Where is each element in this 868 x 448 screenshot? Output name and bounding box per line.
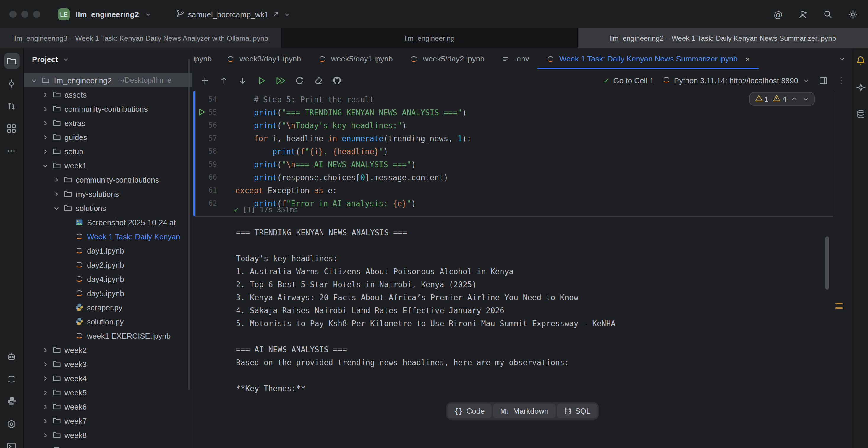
split-editor-icon[interactable] bbox=[818, 75, 828, 86]
tree-item[interactable]: day5.ipynb bbox=[24, 286, 192, 300]
chevron-closed-icon[interactable] bbox=[41, 134, 49, 140]
project-tool-icon[interactable] bbox=[4, 53, 19, 69]
tree-item[interactable]: solutions bbox=[24, 201, 192, 215]
tabs-overflow-chevron-icon[interactable] bbox=[832, 49, 852, 69]
chevron-open-icon[interactable] bbox=[30, 77, 38, 84]
tree-item[interactable]: day1.ipynb bbox=[24, 244, 192, 258]
mentions-icon[interactable]: @ bbox=[772, 8, 784, 20]
add-code-cell-button[interactable]: {}Code bbox=[447, 404, 492, 418]
more-tool-windows-icon[interactable]: ⋯ bbox=[4, 143, 19, 158]
vcs-widget[interactable]: samuel_bootcamp_wk1 bbox=[176, 9, 290, 19]
tree-item[interactable]: Week 1 Task: Daily Kenyan bbox=[24, 229, 192, 244]
code-cell[interactable]: 54 # Step 5: Print the result55 print("=… bbox=[195, 93, 833, 210]
tree-item[interactable]: extras bbox=[24, 116, 192, 130]
tree-item[interactable]: week4 bbox=[24, 371, 192, 385]
database-icon[interactable] bbox=[856, 109, 865, 121]
tree-item[interactable]: .env bbox=[24, 442, 192, 448]
project-scrollbar[interactable] bbox=[188, 59, 190, 390]
tree-item[interactable]: week8 bbox=[24, 428, 192, 442]
chevron-down-icon[interactable] bbox=[145, 11, 151, 18]
services-tool-icon[interactable] bbox=[4, 416, 19, 431]
more-options-icon[interactable]: ⋮ bbox=[837, 75, 845, 86]
tree-item[interactable]: llm_engineering2~/Desktop/llm_e bbox=[24, 73, 192, 88]
tree-item[interactable]: Screenshot 2025-10-24 at bbox=[24, 215, 192, 229]
editor-tab[interactable]: .env bbox=[493, 49, 537, 69]
add-markdown-cell-button[interactable]: M↓Markdown bbox=[493, 404, 556, 418]
window-tab[interactable]: llm_engineering bbox=[282, 28, 578, 49]
chevron-closed-icon[interactable] bbox=[41, 91, 49, 98]
ai-chat-icon[interactable] bbox=[856, 83, 865, 94]
chevron-closed-icon[interactable] bbox=[41, 120, 49, 126]
commit-tool-icon[interactable] bbox=[4, 76, 19, 91]
python-packages-tool-icon[interactable] bbox=[4, 394, 19, 409]
github-icon[interactable] bbox=[332, 75, 342, 86]
move-cell-down-icon[interactable] bbox=[237, 75, 248, 86]
project-switcher[interactable]: llm_engineering2 bbox=[76, 10, 139, 19]
kernel-selector[interactable]: Python 3.11.14: http://localhost:8890 bbox=[662, 75, 809, 86]
tree-item[interactable]: my-solutions bbox=[24, 187, 192, 201]
editor-tab[interactable]: week5/day2.ipynb bbox=[401, 49, 493, 69]
ai-assistant-tool-icon[interactable] bbox=[4, 349, 19, 364]
editor-tab[interactable]: Week 1 Task: Daily Kenyan News Summarize… bbox=[537, 49, 758, 69]
chevron-closed-icon[interactable] bbox=[41, 361, 49, 367]
move-cell-up-icon[interactable] bbox=[218, 75, 229, 86]
go-to-cell-button[interactable]: ✓ Go to Cell 1 bbox=[603, 76, 654, 85]
next-problem-icon[interactable] bbox=[802, 96, 809, 102]
editor-tab[interactable]: week5/day1.ipynb bbox=[309, 49, 401, 69]
editor-tab[interactable]: week3/day1.ipynb bbox=[218, 49, 309, 69]
prev-problem-icon[interactable] bbox=[791, 96, 798, 102]
warning-badge[interactable]: 4 bbox=[773, 95, 786, 103]
run-cell-gutter-icon[interactable] bbox=[199, 108, 205, 118]
tree-item[interactable]: scraper.py bbox=[24, 300, 192, 314]
terminal-tool-icon[interactable] bbox=[4, 439, 19, 448]
editor-tab[interactable]: ipynb bbox=[192, 49, 218, 69]
clear-outputs-icon[interactable] bbox=[313, 75, 323, 86]
window-tab[interactable]: llm_engineering2 – Week 1 Task: Daily Ke… bbox=[578, 28, 868, 49]
notifications-icon[interactable] bbox=[856, 56, 866, 67]
chevron-closed-icon[interactable] bbox=[41, 105, 49, 112]
tree-item[interactable]: week2 bbox=[24, 343, 192, 357]
settings-gear-icon[interactable] bbox=[847, 8, 859, 20]
chevron-closed-icon[interactable] bbox=[41, 375, 49, 382]
pull-requests-tool-icon[interactable] bbox=[4, 98, 19, 114]
tree-item[interactable]: setup bbox=[24, 144, 192, 158]
error-stripe-mark[interactable] bbox=[835, 302, 843, 305]
chevron-open-icon[interactable] bbox=[52, 205, 60, 211]
warning-badge[interactable]: 1 bbox=[755, 95, 768, 103]
tree-item[interactable]: week7 bbox=[24, 414, 192, 428]
chevron-closed-icon[interactable] bbox=[41, 148, 49, 155]
restart-kernel-icon[interactable] bbox=[294, 75, 305, 86]
minimize-window-button[interactable] bbox=[21, 11, 28, 18]
chevron-closed-icon[interactable] bbox=[41, 432, 49, 438]
tree-item[interactable]: week5 bbox=[24, 385, 192, 399]
output-scrollbar[interactable] bbox=[826, 236, 829, 290]
chevron-closed-icon[interactable] bbox=[41, 347, 49, 353]
window-tab[interactable]: llm_engineering3 – Week 1 Task: Kenyan D… bbox=[0, 28, 282, 49]
add-user-icon[interactable] bbox=[797, 8, 809, 20]
tree-item[interactable]: week3 bbox=[24, 357, 192, 371]
tree-item[interactable]: week1 EXERCISE.ipynb bbox=[24, 329, 192, 343]
project-panel-header[interactable]: Project bbox=[24, 49, 192, 70]
tree-item[interactable]: assets bbox=[24, 88, 192, 102]
tree-item[interactable]: day2.ipynb bbox=[24, 258, 192, 272]
jupyter-tool-icon[interactable] bbox=[4, 371, 19, 387]
notebook-editor[interactable]: 54 # Step 5: Print the result55 print("=… bbox=[192, 91, 852, 448]
chevron-closed-icon[interactable] bbox=[52, 177, 60, 183]
tree-item[interactable]: week1 bbox=[24, 158, 192, 172]
tree-item[interactable]: week6 bbox=[24, 399, 192, 414]
close-window-button[interactable] bbox=[9, 11, 17, 18]
run-cell-icon[interactable] bbox=[256, 75, 267, 86]
tree-item[interactable]: guides bbox=[24, 130, 192, 144]
chevron-closed-icon[interactable] bbox=[41, 389, 49, 396]
tree-item[interactable]: community-contributions bbox=[24, 172, 192, 187]
chevron-open-icon[interactable] bbox=[41, 162, 49, 169]
chevron-closed-icon[interactable] bbox=[41, 404, 49, 410]
chevron-closed-icon[interactable] bbox=[41, 418, 49, 424]
error-stripe-mark[interactable] bbox=[835, 307, 843, 309]
tree-item[interactable]: community-contributions bbox=[24, 102, 192, 116]
tree-item[interactable]: day4.ipynb bbox=[24, 272, 192, 286]
chevron-closed-icon[interactable] bbox=[52, 191, 60, 197]
structure-tool-icon[interactable] bbox=[4, 121, 19, 136]
tree-item[interactable]: solution.py bbox=[24, 314, 192, 329]
add-cell-icon[interactable] bbox=[199, 75, 210, 86]
